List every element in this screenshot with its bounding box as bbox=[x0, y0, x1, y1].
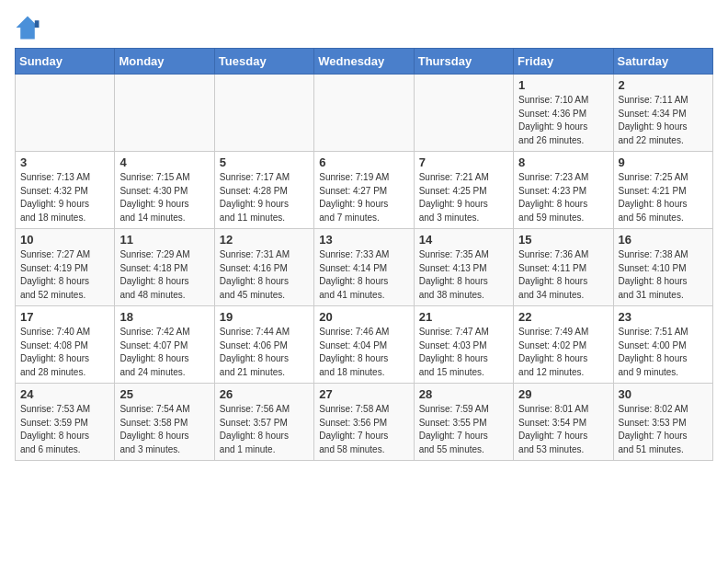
day-cell-29: 29Sunrise: 8:01 AMSunset: 3:54 PMDayligh… bbox=[514, 384, 613, 461]
col-header-sunday: Sunday bbox=[16, 49, 115, 75]
empty-cell bbox=[314, 75, 414, 152]
day-info: Sunrise: 7:33 AMSunset: 4:14 PMDaylight:… bbox=[319, 248, 408, 302]
day-cell-6: 6Sunrise: 7:19 AMSunset: 4:27 PMDaylight… bbox=[314, 152, 414, 229]
generalblue-icon bbox=[15, 15, 40, 40]
day-cell-3: 3Sunrise: 7:13 AMSunset: 4:32 PMDaylight… bbox=[16, 152, 115, 229]
day-number: 5 bbox=[220, 155, 309, 169]
day-number: 2 bbox=[619, 78, 708, 92]
day-number: 25 bbox=[119, 387, 209, 401]
empty-cell bbox=[414, 75, 513, 152]
empty-cell bbox=[115, 75, 214, 152]
day-number: 4 bbox=[119, 155, 209, 169]
day-info: Sunrise: 7:47 AMSunset: 4:03 PMDaylight:… bbox=[419, 326, 508, 379]
day-info: Sunrise: 7:13 AMSunset: 4:32 PMDaylight:… bbox=[20, 171, 109, 224]
day-cell-10: 10Sunrise: 7:27 AMSunset: 4:19 PMDayligh… bbox=[16, 229, 115, 306]
day-number: 8 bbox=[518, 155, 608, 169]
day-cell-30: 30Sunrise: 8:02 AMSunset: 3:53 PMDayligh… bbox=[613, 384, 712, 461]
day-number: 28 bbox=[419, 387, 508, 401]
day-cell-18: 18Sunrise: 7:42 AMSunset: 4:07 PMDayligh… bbox=[115, 306, 214, 384]
day-info: Sunrise: 7:44 AMSunset: 4:06 PMDaylight:… bbox=[220, 326, 309, 379]
day-number: 7 bbox=[419, 155, 508, 169]
day-info: Sunrise: 7:19 AMSunset: 4:27 PMDaylight:… bbox=[319, 171, 408, 224]
day-number: 18 bbox=[119, 310, 209, 324]
week-row-5: 24Sunrise: 7:53 AMSunset: 3:59 PMDayligh… bbox=[16, 384, 713, 461]
day-number: 10 bbox=[20, 233, 109, 247]
day-cell-2: 2Sunrise: 7:11 AMSunset: 4:34 PMDaylight… bbox=[613, 75, 712, 152]
day-number: 11 bbox=[119, 233, 209, 247]
day-cell-8: 8Sunrise: 7:23 AMSunset: 4:23 PMDaylight… bbox=[514, 152, 613, 229]
day-info: Sunrise: 7:40 AMSunset: 4:08 PMDaylight:… bbox=[20, 326, 109, 379]
day-info: Sunrise: 7:38 AMSunset: 4:10 PMDaylight:… bbox=[619, 248, 708, 302]
day-cell-21: 21Sunrise: 7:47 AMSunset: 4:03 PMDayligh… bbox=[414, 306, 513, 384]
day-cell-27: 27Sunrise: 7:58 AMSunset: 3:56 PMDayligh… bbox=[314, 384, 414, 461]
day-cell-17: 17Sunrise: 7:40 AMSunset: 4:08 PMDayligh… bbox=[16, 306, 115, 384]
day-cell-11: 11Sunrise: 7:29 AMSunset: 4:18 PMDayligh… bbox=[115, 229, 214, 306]
day-number: 13 bbox=[319, 233, 408, 247]
day-number: 27 bbox=[319, 387, 408, 401]
day-cell-13: 13Sunrise: 7:33 AMSunset: 4:14 PMDayligh… bbox=[314, 229, 414, 306]
day-info: Sunrise: 7:23 AMSunset: 4:23 PMDaylight:… bbox=[518, 171, 608, 224]
day-info: Sunrise: 7:21 AMSunset: 4:25 PMDaylight:… bbox=[419, 171, 508, 224]
day-info: Sunrise: 7:49 AMSunset: 4:02 PMDaylight:… bbox=[518, 326, 608, 379]
day-info: Sunrise: 7:58 AMSunset: 3:56 PMDaylight:… bbox=[319, 403, 408, 456]
day-number: 30 bbox=[619, 387, 708, 401]
day-info: Sunrise: 7:15 AMSunset: 4:30 PMDaylight:… bbox=[119, 171, 209, 224]
day-cell-23: 23Sunrise: 7:51 AMSunset: 4:00 PMDayligh… bbox=[613, 306, 712, 384]
day-number: 19 bbox=[220, 310, 309, 324]
empty-cell bbox=[214, 75, 313, 152]
day-number: 15 bbox=[518, 233, 608, 247]
logo bbox=[15, 15, 44, 40]
day-cell-28: 28Sunrise: 7:59 AMSunset: 3:55 PMDayligh… bbox=[414, 384, 513, 461]
week-row-2: 3Sunrise: 7:13 AMSunset: 4:32 PMDaylight… bbox=[16, 152, 713, 229]
day-cell-7: 7Sunrise: 7:21 AMSunset: 4:25 PMDaylight… bbox=[414, 152, 513, 229]
day-number: 26 bbox=[220, 387, 309, 401]
day-cell-25: 25Sunrise: 7:54 AMSunset: 3:58 PMDayligh… bbox=[115, 384, 214, 461]
day-number: 29 bbox=[518, 387, 608, 401]
col-header-wednesday: Wednesday bbox=[314, 49, 414, 75]
day-info: Sunrise: 7:31 AMSunset: 4:16 PMDaylight:… bbox=[220, 248, 309, 302]
day-number: 1 bbox=[518, 78, 608, 92]
day-cell-12: 12Sunrise: 7:31 AMSunset: 4:16 PMDayligh… bbox=[214, 229, 313, 306]
week-row-1: 1Sunrise: 7:10 AMSunset: 4:36 PMDaylight… bbox=[16, 75, 713, 152]
week-row-3: 10Sunrise: 7:27 AMSunset: 4:19 PMDayligh… bbox=[16, 229, 713, 306]
calendar-header-row: SundayMondayTuesdayWednesdayThursdayFrid… bbox=[16, 49, 713, 75]
day-number: 16 bbox=[619, 233, 708, 247]
day-cell-24: 24Sunrise: 7:53 AMSunset: 3:59 PMDayligh… bbox=[16, 384, 115, 461]
day-info: Sunrise: 7:42 AMSunset: 4:07 PMDaylight:… bbox=[119, 326, 209, 379]
day-cell-16: 16Sunrise: 7:38 AMSunset: 4:10 PMDayligh… bbox=[613, 229, 712, 306]
day-info: Sunrise: 7:51 AMSunset: 4:00 PMDaylight:… bbox=[619, 326, 708, 379]
day-info: Sunrise: 7:36 AMSunset: 4:11 PMDaylight:… bbox=[518, 248, 608, 302]
day-cell-26: 26Sunrise: 7:56 AMSunset: 3:57 PMDayligh… bbox=[214, 384, 313, 461]
week-row-4: 17Sunrise: 7:40 AMSunset: 4:08 PMDayligh… bbox=[16, 306, 713, 384]
day-cell-22: 22Sunrise: 7:49 AMSunset: 4:02 PMDayligh… bbox=[514, 306, 613, 384]
day-info: Sunrise: 7:29 AMSunset: 4:18 PMDaylight:… bbox=[119, 248, 209, 302]
day-info: Sunrise: 7:56 AMSunset: 3:57 PMDaylight:… bbox=[220, 403, 309, 456]
calendar: SundayMondayTuesdayWednesdayThursdayFrid… bbox=[15, 48, 713, 461]
day-info: Sunrise: 7:54 AMSunset: 3:58 PMDaylight:… bbox=[119, 403, 209, 456]
day-number: 20 bbox=[319, 310, 408, 324]
empty-cell bbox=[16, 75, 115, 152]
day-cell-20: 20Sunrise: 7:46 AMSunset: 4:04 PMDayligh… bbox=[314, 306, 414, 384]
day-cell-19: 19Sunrise: 7:44 AMSunset: 4:06 PMDayligh… bbox=[214, 306, 313, 384]
col-header-tuesday: Tuesday bbox=[214, 49, 313, 75]
day-info: Sunrise: 8:02 AMSunset: 3:53 PMDaylight:… bbox=[619, 403, 708, 456]
day-info: Sunrise: 7:27 AMSunset: 4:19 PMDaylight:… bbox=[20, 248, 109, 302]
day-number: 24 bbox=[20, 387, 109, 401]
day-info: Sunrise: 7:59 AMSunset: 3:55 PMDaylight:… bbox=[419, 403, 508, 456]
day-info: Sunrise: 7:35 AMSunset: 4:13 PMDaylight:… bbox=[419, 248, 508, 302]
svg-marker-1 bbox=[35, 20, 40, 28]
day-cell-9: 9Sunrise: 7:25 AMSunset: 4:21 PMDaylight… bbox=[613, 152, 712, 229]
day-number: 14 bbox=[419, 233, 508, 247]
day-info: Sunrise: 7:17 AMSunset: 4:28 PMDaylight:… bbox=[220, 171, 309, 224]
col-header-monday: Monday bbox=[115, 49, 214, 75]
day-info: Sunrise: 7:53 AMSunset: 3:59 PMDaylight:… bbox=[20, 403, 109, 456]
day-number: 21 bbox=[419, 310, 508, 324]
day-info: Sunrise: 7:10 AMSunset: 4:36 PMDaylight:… bbox=[518, 94, 608, 147]
col-header-friday: Friday bbox=[514, 49, 613, 75]
day-number: 22 bbox=[518, 310, 608, 324]
day-info: Sunrise: 8:01 AMSunset: 3:54 PMDaylight:… bbox=[518, 403, 608, 456]
header bbox=[15, 15, 713, 40]
day-cell-4: 4Sunrise: 7:15 AMSunset: 4:30 PMDaylight… bbox=[115, 152, 214, 229]
day-cell-5: 5Sunrise: 7:17 AMSunset: 4:28 PMDaylight… bbox=[214, 152, 313, 229]
day-info: Sunrise: 7:46 AMSunset: 4:04 PMDaylight:… bbox=[319, 326, 408, 379]
